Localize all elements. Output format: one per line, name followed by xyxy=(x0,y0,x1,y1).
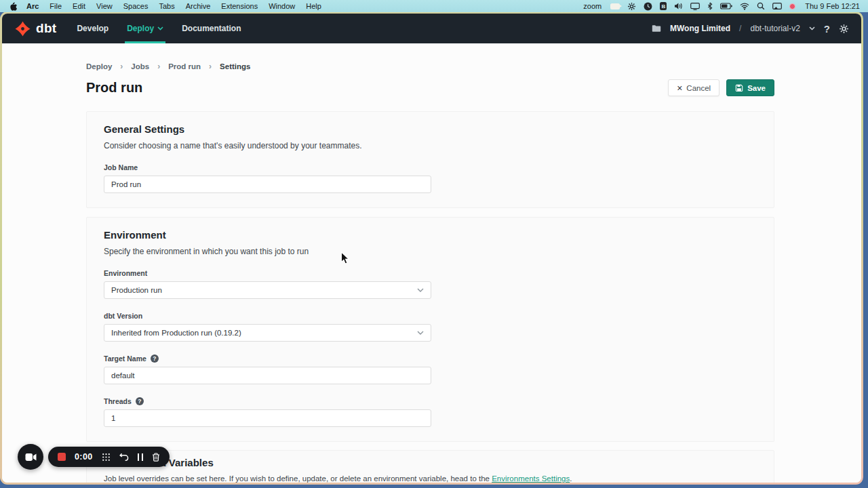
video-camera-icon xyxy=(25,453,37,462)
zoom-camera-icon[interactable] xyxy=(610,3,620,9)
breadcrumb-separator xyxy=(120,62,123,71)
account-name[interactable]: MWong Limited xyxy=(670,24,730,33)
environment-variables-description: Job level overrides can be set here. If … xyxy=(104,474,757,483)
discard-trash-icon[interactable] xyxy=(152,453,160,462)
job-name-label: Job Name xyxy=(104,163,757,171)
cancel-button-label: Cancel xyxy=(686,84,711,92)
display-icon[interactable] xyxy=(690,3,700,10)
save-floppy-icon xyxy=(735,84,743,92)
dbt-navbar: dbt Develop Deploy Documentation MWong L… xyxy=(2,14,861,43)
wifi-icon[interactable] xyxy=(740,3,749,10)
dbt-version-select[interactable]: Inherited from Production run (0.19.2) xyxy=(104,324,431,342)
chevron-down-icon xyxy=(417,331,424,335)
dbt-version-label: dbt Version xyxy=(104,312,757,320)
recording-timer: 0:00 xyxy=(75,452,93,462)
breadcrumb-prod-run[interactable]: Prod run xyxy=(168,62,201,70)
target-name-input[interactable] xyxy=(104,367,431,384)
environment-select-value: Production run xyxy=(111,286,162,294)
target-name-label: Target Name xyxy=(104,354,146,363)
macos-menu-bar: Arc File Edit View Spaces Tabs Archive E… xyxy=(0,0,868,12)
battery-icon[interactable] xyxy=(720,3,732,9)
nav-item-documentation[interactable]: Documentation xyxy=(182,14,241,43)
menu-clock[interactable]: Thu 9 Feb 12:21 xyxy=(805,2,860,10)
nav-links: Develop Deploy Documentation xyxy=(77,14,259,43)
save-button[interactable]: Save xyxy=(726,79,774,96)
menu-item-zoom-app[interactable]: zoom xyxy=(583,2,601,10)
screen-mirroring-icon[interactable] xyxy=(772,3,782,10)
apple-menu-icon[interactable] xyxy=(9,2,17,11)
menu-item-tabs[interactable]: Tabs xyxy=(153,2,180,10)
environment-card: Environment Specify the environment in w… xyxy=(86,217,774,442)
menu-item-file[interactable]: File xyxy=(44,2,67,10)
nav-item-develop[interactable]: Develop xyxy=(77,14,108,43)
recorder-camera-button[interactable] xyxy=(18,444,43,470)
close-x-icon xyxy=(677,83,682,93)
environment-select-label: Environment xyxy=(104,269,757,277)
browser-window: dbt Develop Deploy Documentation MWong L… xyxy=(0,12,863,485)
drag-handle-icon[interactable] xyxy=(102,453,111,462)
folder-icon xyxy=(652,24,661,33)
env-vars-text-prefix: Job level overrides can be set here. If … xyxy=(104,474,492,483)
threads-input[interactable] xyxy=(104,409,431,427)
chevron-down-icon xyxy=(157,26,163,30)
breadcrumb: Deploy Jobs Prod run Settings xyxy=(86,43,774,71)
spotlight-search-icon[interactable] xyxy=(757,2,765,10)
volume-icon[interactable] xyxy=(674,2,683,10)
environment-variables-title: Environment Variables xyxy=(104,457,757,468)
menu-item-extensions[interactable]: Extensions xyxy=(216,2,263,10)
menu-item-view[interactable]: View xyxy=(91,2,118,10)
dbt-logo-icon xyxy=(14,20,31,37)
breadcrumb-deploy[interactable]: Deploy xyxy=(86,62,112,70)
environment-description: Specify the environment in which you wan… xyxy=(104,247,757,256)
environment-select[interactable]: Production run xyxy=(104,281,431,299)
dbt-version-select-value: Inherited from Production run (0.19.2) xyxy=(111,329,241,337)
menu-item-edit[interactable]: Edit xyxy=(67,2,91,10)
general-settings-card: General Settings Consider choosing a nam… xyxy=(86,111,774,208)
recording-indicator-icon[interactable] xyxy=(789,3,795,9)
stop-recording-button[interactable] xyxy=(58,453,66,461)
menu-item-arc[interactable]: Arc xyxy=(21,2,44,10)
recorder-toolbar: 0:00 xyxy=(48,447,170,467)
navbar-right: MWong Limited / dbt-tutorial-v2 ? xyxy=(652,14,849,43)
help-icon[interactable]: ? xyxy=(824,23,830,35)
page-content: Deploy Jobs Prod run Settings Prod run C… xyxy=(2,43,861,483)
environment-title: Environment xyxy=(104,229,757,241)
breadcrumb-jobs[interactable]: Jobs xyxy=(131,62,149,70)
project-chevron-down-icon[interactable] xyxy=(809,26,815,30)
mouse-cursor xyxy=(340,251,350,265)
save-button-label: Save xyxy=(747,84,766,92)
breadcrumb-settings: Settings xyxy=(220,62,250,70)
general-settings-title: General Settings xyxy=(104,123,757,135)
env-vars-text-suffix: . xyxy=(570,474,572,483)
gear-status-icon[interactable] xyxy=(627,2,636,11)
settings-gear-icon[interactable] xyxy=(839,24,849,34)
threads-label: Threads xyxy=(104,397,132,405)
cancel-button[interactable]: Cancel xyxy=(668,79,719,96)
dbt-brand[interactable]: dbt xyxy=(14,14,56,43)
menu-item-window[interactable]: Window xyxy=(263,2,300,10)
environment-variables-card: Environment Variables Job level override… xyxy=(86,450,774,483)
account-path-separator: / xyxy=(739,24,741,33)
bluetooth-icon[interactable] xyxy=(707,2,713,10)
threads-help-icon[interactable] xyxy=(136,397,144,405)
chevron-down-icon xyxy=(417,288,424,292)
menu-item-help[interactable]: Help xyxy=(300,2,327,10)
breadcrumb-separator xyxy=(209,62,212,71)
nav-item-deploy-label: Deploy xyxy=(127,24,154,33)
app-b-icon[interactable] xyxy=(660,2,667,10)
project-name[interactable]: dbt-tutorial-v2 xyxy=(750,24,800,33)
pause-recording-icon[interactable] xyxy=(138,453,143,461)
brand-wordmark: dbt xyxy=(36,21,56,36)
restart-undo-icon[interactable] xyxy=(119,453,129,461)
general-settings-description: Consider choosing a name that's easily u… xyxy=(104,141,757,150)
page-title: Prod run xyxy=(86,80,142,96)
clock-app-icon[interactable] xyxy=(644,2,652,11)
job-name-input[interactable] xyxy=(104,176,431,193)
environments-settings-link[interactable]: Environments Settings xyxy=(492,474,570,483)
nav-item-deploy[interactable]: Deploy xyxy=(127,14,163,43)
menu-item-archive[interactable]: Archive xyxy=(180,2,216,10)
target-name-help-icon[interactable] xyxy=(151,354,159,363)
breadcrumb-separator xyxy=(157,62,160,71)
menu-item-spaces[interactable]: Spaces xyxy=(118,2,154,10)
